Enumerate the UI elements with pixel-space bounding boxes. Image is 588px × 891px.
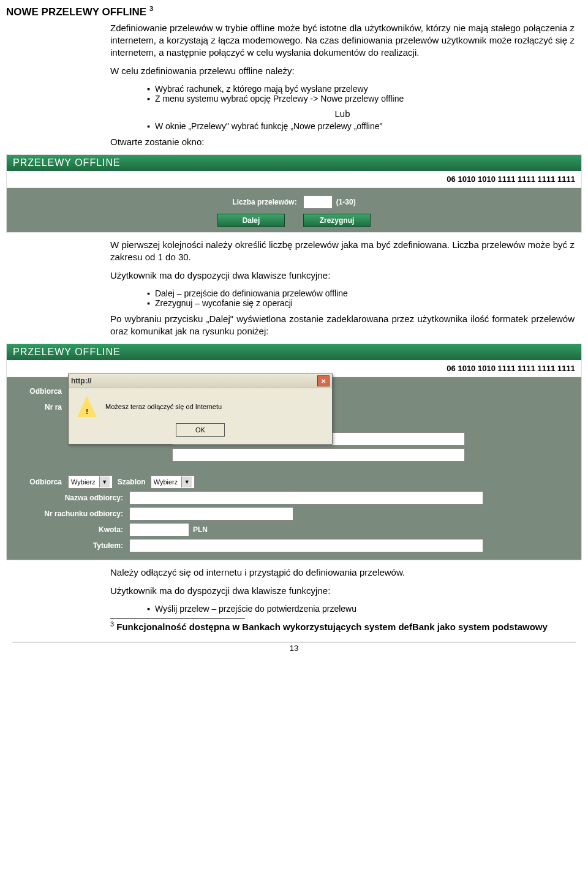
nr-ra-label: Nr ra: [13, 403, 62, 412]
nr-rach-input[interactable]: [129, 507, 293, 521]
kwota-label: Kwota:: [13, 525, 123, 534]
paragraph-5: Należy odłączyć się od internetu i przys…: [6, 566, 582, 579]
cancel-button[interactable]: Zrezygnuj: [303, 214, 371, 227]
paragraph-4: Po wybraniu przycisku „Dalej" wyświetlon…: [6, 313, 582, 338]
next-button[interactable]: Dalej: [217, 214, 285, 227]
paragraph-3-intro: Użytkownik ma do dyspozycji dwa klawisze…: [6, 269, 582, 282]
warning-icon: !: [77, 396, 97, 417]
dialog-message: Możesz teraz odłączyć się od Internetu: [105, 403, 222, 410]
szablon-select[interactable]: Wybierz▼: [151, 475, 195, 489]
nazwa-input[interactable]: [129, 491, 483, 505]
footnote-separator: [110, 618, 245, 619]
bullet-list-b: W oknie „Przelewy" wybrać funkcję „Nowe …: [110, 121, 575, 131]
count-range: (1-30): [336, 198, 356, 206]
nr-rach-label: Nr rachunku odbiorcy:: [13, 509, 123, 518]
page-title: NOWE PRZELEWY OFFLINE 3: [6, 5, 582, 18]
page-divider: [12, 642, 576, 642]
list-item: Zrezygnuj – wycofanie się z operacji: [147, 298, 575, 308]
list-item: Dalej – przejście do definiowania przele…: [147, 288, 575, 298]
transfer-panel-2: PRZELEWY OFFLINE 06 1010 1010 1111 1111 …: [6, 344, 582, 560]
dialog-title-text: http://: [71, 377, 91, 385]
list-item: Wyślij przelew – przejście do potwierdze…: [147, 604, 575, 614]
opened-label: Otwarte zostanie okno:: [6, 136, 582, 148]
lub-label: Lub: [110, 108, 575, 119]
footnote-text: 3 Funkcjonalność dostępna w Bankach wyko…: [6, 620, 582, 632]
list-item: W oknie „Przelewy" wybrać funkcję „Nowe …: [147, 121, 575, 131]
chevron-down-icon: ▼: [181, 476, 192, 487]
szablon-label: Szablon: [118, 478, 146, 486]
bullet-list-d: Wyślij przelew – przejście do potwierdze…: [110, 604, 575, 614]
paragraph-6-intro: Użytkownik ma do dyspozycji dwa klawisze…: [6, 585, 582, 597]
odbiorca-label: Odbiorca: [13, 478, 62, 486]
paragraph-intro-1: Zdefiniowanie przelewów w trybie offline…: [6, 22, 582, 59]
close-icon[interactable]: ✕: [317, 375, 330, 386]
currency-label: PLN: [193, 525, 208, 534]
panel-title: PRZELEWY OFFLINE: [7, 155, 581, 171]
chevron-down-icon: ▼: [99, 476, 110, 487]
field-input[interactable]: [172, 448, 465, 462]
bullet-list-c: Dalej – przejście do definiowania przele…: [110, 288, 575, 308]
disconnect-dialog: http:// ✕ ! Możesz teraz odłączyć się od…: [68, 374, 333, 445]
page-number: 13: [6, 644, 582, 653]
count-input[interactable]: [303, 195, 333, 209]
list-item: Z menu systemu wybrać opcję Przelewy -> …: [147, 94, 575, 103]
paragraph-2: W pierwszej kolejności należy określić l…: [6, 239, 582, 264]
list-item: Wybrać rachunek, z którego mają być wysł…: [147, 84, 575, 94]
paragraph-intro-2: W celu zdefiniowania przelewu offline na…: [6, 65, 582, 77]
tytul-input[interactable]: [129, 539, 483, 552]
nazwa-label: Nazwa odbiorcy:: [13, 494, 123, 502]
kwota-input[interactable]: [129, 523, 189, 536]
tytul-label: Tytułem:: [13, 541, 123, 550]
bullet-list-a: Wybrać rachunek, z którego mają być wysł…: [110, 84, 575, 103]
panel-title: PRZELEWY OFFLINE: [7, 344, 581, 360]
transfer-panel-1: PRZELEWY OFFLINE 06 1010 1010 1111 1111 …: [6, 154, 582, 233]
count-label: Liczba przelewów:: [232, 198, 296, 206]
ok-button[interactable]: OK: [176, 423, 225, 437]
account-number: 06 1010 1010 1111 1111 1111 1111: [7, 171, 581, 188]
odbiorca-label: Odbiorca: [13, 387, 62, 396]
odbiorca-select[interactable]: Wybierz▼: [68, 475, 113, 489]
footnote-ref: 3: [149, 5, 153, 12]
